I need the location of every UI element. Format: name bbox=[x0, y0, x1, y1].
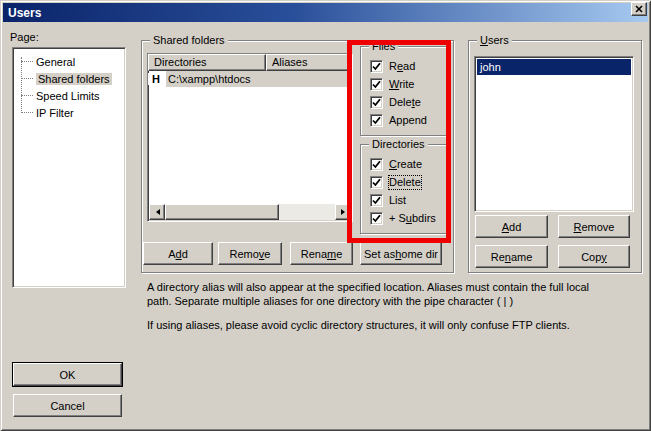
titlebar[interactable]: Users bbox=[3, 3, 648, 22]
checkrow-read: Read bbox=[370, 60, 415, 73]
horizontal-scrollbar[interactable] bbox=[149, 204, 351, 220]
files-group-label: Files bbox=[369, 39, 398, 53]
triangle-right-icon bbox=[341, 209, 348, 215]
checkbox-delete-dirs[interactable] bbox=[370, 176, 383, 189]
remove-folder-button[interactable]: Remove bbox=[218, 242, 282, 265]
list-header: Directories Aliases bbox=[148, 54, 352, 71]
check-icon bbox=[372, 62, 381, 71]
checkrow-write: Write bbox=[370, 78, 414, 91]
checkbox-subdirs-label: + Subdirs bbox=[389, 212, 436, 225]
ok-button[interactable]: OK bbox=[13, 363, 122, 386]
tree-leader bbox=[21, 95, 33, 96]
checkbox-delete-files-label: Delete bbox=[389, 96, 421, 109]
column-header-aliases[interactable]: Aliases bbox=[266, 54, 352, 71]
scrollbar-track[interactable] bbox=[279, 204, 335, 220]
checkbox-append-label: Append bbox=[389, 114, 427, 127]
checkbox-read-label: Read bbox=[389, 60, 415, 73]
checkbox-subdirs[interactable] bbox=[370, 212, 383, 225]
checkbox-append[interactable] bbox=[370, 114, 383, 127]
note-line-1: A directory alias will also appear at th… bbox=[147, 281, 589, 293]
set-as-home-dir-button[interactable]: Set as home dir bbox=[360, 242, 442, 265]
shared-folders-group-label: Shared folders bbox=[150, 33, 228, 47]
tree-leader bbox=[21, 61, 33, 62]
scroll-right-button[interactable] bbox=[335, 204, 351, 220]
copy-user-button[interactable]: Copy bbox=[558, 245, 630, 268]
checkrow-create: Create bbox=[370, 158, 422, 171]
directory-cell: C:\xampp\htdocs bbox=[166, 71, 352, 87]
check-icon bbox=[372, 80, 381, 89]
add-user-button[interactable]: Add bbox=[475, 215, 548, 238]
checkbox-create-label: Create bbox=[389, 158, 422, 171]
scroll-left-button[interactable] bbox=[149, 204, 165, 220]
sidebar-item-shared-folders[interactable]: Shared folders bbox=[13, 70, 125, 87]
cancel-button[interactable]: Cancel bbox=[13, 394, 122, 417]
sidebar-item-general[interactable]: General bbox=[13, 53, 125, 70]
check-icon bbox=[372, 160, 381, 169]
directories-list[interactable]: Directories Aliases H C:\xampp\htdocs bbox=[147, 53, 353, 222]
directories-group-label: Directories bbox=[369, 137, 428, 151]
checkrow-delete-files: Delete bbox=[370, 96, 421, 109]
checkrow-subdirs: + Subdirs bbox=[370, 212, 436, 225]
sidebar-item-label: Speed Limits bbox=[36, 90, 100, 102]
scrollbar-thumb[interactable] bbox=[165, 204, 279, 220]
remove-user-button[interactable]: Remove bbox=[558, 215, 630, 238]
users-group-label: Users bbox=[477, 33, 512, 47]
users-dialog: Users Page: General Shared folders Speed… bbox=[0, 0, 651, 431]
page-label: Page: bbox=[10, 31, 39, 43]
users-list[interactable]: john bbox=[474, 56, 634, 212]
checkbox-create[interactable] bbox=[370, 158, 383, 171]
table-row[interactable]: H C:\xampp\htdocs bbox=[148, 71, 352, 87]
close-button[interactable] bbox=[631, 2, 647, 16]
checkbox-write[interactable] bbox=[370, 78, 383, 91]
note-line-2: path. Separate multiple aliases for one … bbox=[147, 295, 513, 307]
tree-leader bbox=[21, 112, 33, 113]
sidebar-item-ip-filter[interactable]: IP Filter bbox=[13, 104, 125, 121]
column-header-directories[interactable]: Directories bbox=[148, 54, 266, 71]
checkrow-list: List bbox=[370, 194, 406, 207]
rename-user-button[interactable]: Rename bbox=[475, 245, 548, 268]
checkbox-read[interactable] bbox=[370, 60, 383, 73]
check-icon bbox=[372, 98, 381, 107]
check-icon bbox=[372, 196, 381, 205]
list-item-user-john[interactable]: john bbox=[477, 59, 631, 75]
rename-folder-button[interactable]: Rename bbox=[290, 242, 353, 265]
window-title: Users bbox=[3, 6, 41, 20]
check-icon bbox=[372, 214, 381, 223]
checkrow-delete-dirs: Delete bbox=[370, 176, 421, 189]
page-tree[interactable]: General Shared folders Speed Limits IP F… bbox=[12, 47, 126, 288]
sidebar-item-label: IP Filter bbox=[36, 107, 74, 119]
checkrow-append: Append bbox=[370, 114, 427, 127]
sidebar-item-speed-limits[interactable]: Speed Limits bbox=[13, 87, 125, 104]
close-icon bbox=[635, 5, 643, 13]
note-line-3: If using aliases, please avoid cyclic di… bbox=[147, 319, 570, 331]
checkbox-delete-files[interactable] bbox=[370, 96, 383, 109]
home-flag: H bbox=[148, 73, 166, 85]
checkbox-list[interactable] bbox=[370, 194, 383, 207]
sidebar-item-label-selected: Shared folders bbox=[36, 73, 112, 85]
checkbox-write-label: Write bbox=[389, 78, 414, 91]
add-folder-button[interactable]: Add bbox=[143, 242, 213, 265]
sidebar-item-label: General bbox=[36, 56, 75, 68]
check-icon bbox=[372, 178, 381, 187]
tree-lines bbox=[21, 57, 22, 113]
checkbox-list-label: List bbox=[389, 194, 406, 207]
checkbox-delete-dirs-label: Delete bbox=[389, 176, 421, 189]
tree-leader bbox=[21, 78, 33, 79]
check-icon bbox=[372, 116, 381, 125]
triangle-left-icon bbox=[153, 209, 160, 215]
